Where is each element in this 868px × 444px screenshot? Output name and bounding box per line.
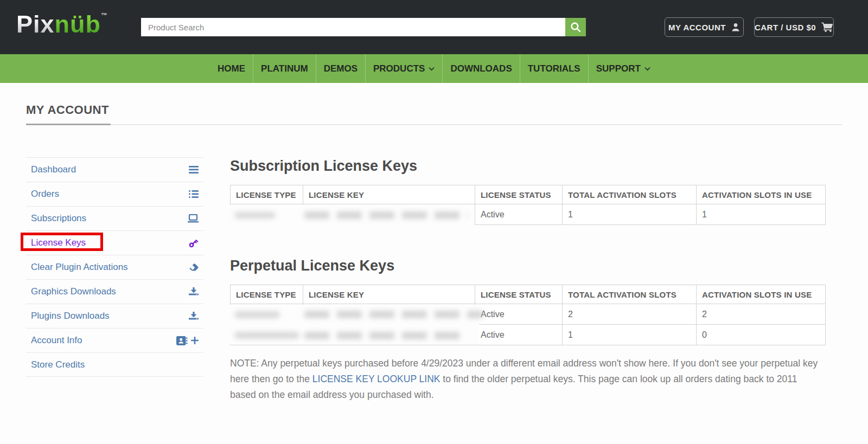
account-info-icons [176,336,199,345]
col-total-slots: TOTAL ACTIVATION SLOTS [563,185,697,204]
perpetual-keys-heading: Perpetual License Keys [230,258,394,274]
logo-text-pix: Pix [16,10,55,38]
total-slots-cell: 1 [563,204,697,225]
sidebar-item-label: Store Credits [31,359,85,370]
sidebar-item-graphics-downloads[interactable]: Graphics Downloads [26,279,203,304]
redacted-license-type [234,332,299,339]
cart-button-label: CART / USD $0 [755,23,816,32]
chevron-down-icon [644,67,650,71]
sidebar-item-label: Plugins Downloads [31,311,110,321]
sidebar-item-label: Account Info [31,335,82,346]
nav-label: DOWNLOADS [450,63,512,74]
my-account-button-label: MY ACCOUNT [668,23,726,32]
redacted-blur-region [229,305,479,345]
laptop-icon [188,214,199,223]
eraser-icon [189,263,199,272]
title-divider-accent [26,124,111,125]
license-status-cell: Active [475,325,563,345]
col-slots-in-use: ACTIVATION SLOTS IN USE [697,285,826,304]
search-icon [570,22,581,33]
logo-text-nub: nüb [55,10,101,38]
list-icon [189,190,199,198]
col-license-type: LICENSE TYPE [231,285,303,304]
col-license-type: LICENSE TYPE [231,185,303,204]
sidebar-item-label: Subscriptions [31,213,86,224]
redacted-license-type [234,311,280,318]
nav-label: HOME [218,63,245,74]
nav-label: PRODUCTS [373,63,425,74]
main-nav: HOME PLATINUM DEMOS PRODUCTS DOWNLOADS T… [0,54,868,83]
redacted-license-key [304,332,467,339]
subscription-keys-heading: Subscription License Keys [230,158,417,175]
nav-label: SUPPORT [596,63,641,74]
slots-in-use-cell: 0 [697,325,826,345]
account-sidebar: Dashboard Orders Subscriptions License K… [26,157,203,377]
trademark-symbol: ™ [101,11,107,19]
page-title: MY ACCOUNT [26,103,109,117]
col-license-key: LICENSE KEY [303,285,475,304]
download-icon [189,312,199,320]
col-total-slots: TOTAL ACTIVATION SLOTS [563,285,697,304]
nav-item-tutorials[interactable]: TUTORIALS [520,54,588,83]
slots-in-use-cell: 1 [697,204,826,225]
sidebar-item-label: Clear Plugin Activations [31,262,128,273]
license-status-cell: Active [475,204,563,225]
license-key-lookup-link[interactable]: LICENSE KEY LOOKUP LINK [312,374,441,384]
my-account-button[interactable]: MY ACCOUNT [665,17,744,37]
chevron-down-icon [429,67,435,71]
total-slots-cell: 2 [563,304,697,325]
nav-label: PLATINUM [261,63,308,74]
nav-item-products[interactable]: PRODUCTS [365,54,442,83]
sidebar-item-dashboard[interactable]: Dashboard [26,157,203,182]
nav-label: TUTORIALS [528,63,580,74]
search-button[interactable] [565,18,586,36]
plus-icon [191,337,199,344]
key-icon [188,238,199,248]
sidebar-item-label: Orders [31,189,59,200]
sidebar-item-account-info[interactable]: Account Info [26,328,203,352]
sidebar-item-subscriptions[interactable]: Subscriptions [26,206,203,230]
redacted-license-key [304,311,483,318]
product-search-bar [141,18,586,36]
nav-item-platinum[interactable]: PLATINUM [253,54,316,83]
nav-label: DEMOS [324,63,358,74]
title-divider [26,124,842,125]
user-icon [731,23,740,31]
col-license-status: LICENSE STATUS [475,185,563,204]
annotation-highlight-box [21,233,103,251]
redacted-blur-region [229,205,475,225]
table-header-row: LICENSE TYPE LICENSE KEY LICENSE STATUS … [231,285,826,304]
address-book-icon [176,336,188,345]
cart-icon [821,22,833,32]
nav-item-support[interactable]: SUPPORT [588,54,658,83]
nav-item-home[interactable]: HOME [210,54,253,83]
sidebar-item-label: Dashboard [31,164,76,175]
slots-in-use-cell: 2 [697,304,826,325]
pixnub-logo[interactable]: Pixnüb™ [16,10,107,39]
nav-item-downloads[interactable]: DOWNLOADS [442,54,519,83]
search-input[interactable] [141,18,565,36]
download-icon [189,287,199,296]
sidebar-item-store-credits[interactable]: Store Credits [26,352,203,377]
menu-icon [189,166,199,173]
sidebar-item-clear-plugin-activations[interactable]: Clear Plugin Activations [26,255,203,279]
sidebar-item-plugins-downloads[interactable]: Plugins Downloads [26,304,203,328]
site-header: Pixnüb™ MY ACCOUNT CART / USD $0 [0,0,868,54]
redacted-license-type [234,212,276,218]
cart-button[interactable]: CART / USD $0 [754,17,834,37]
sidebar-item-orders[interactable]: Orders [26,182,203,206]
total-slots-cell: 1 [563,325,697,345]
col-slots-in-use: ACTIVATION SLOTS IN USE [697,185,826,204]
table-header-row: LICENSE TYPE LICENSE KEY LICENSE STATUS … [231,185,826,204]
license-status-cell: Active [475,304,563,325]
sidebar-item-label: Graphics Downloads [31,286,116,297]
nav-item-demos[interactable]: DEMOS [316,54,365,83]
col-license-status: LICENSE STATUS [475,285,563,304]
redacted-license-key [304,211,468,219]
perpetual-keys-note: NOTE: Any perpetual keys purchased befor… [230,356,825,403]
col-license-key: LICENSE KEY [303,185,475,204]
